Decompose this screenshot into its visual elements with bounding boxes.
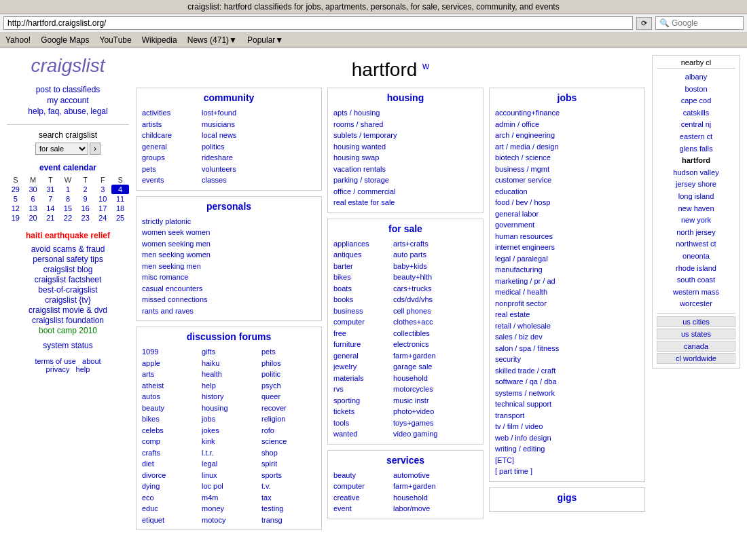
disc-pets[interactable]: pets <box>261 346 316 358</box>
job-salon[interactable]: salon / spa / fitness <box>495 343 639 354</box>
svc-automotive[interactable]: automotive <box>393 470 448 481</box>
disc-kink[interactable]: kink <box>202 436 256 447</box>
cal-date[interactable]: 12 <box>7 204 24 213</box>
personals-rants-raves[interactable]: rants and raves <box>142 305 316 317</box>
fs-books[interactable]: books <box>333 294 388 305</box>
job-marketing[interactable]: marketing / pr / ad <box>495 276 639 287</box>
disc-legal[interactable]: legal <box>202 458 256 470</box>
job-retail[interactable]: retail / wholesale <box>495 320 639 332</box>
community-localnews[interactable]: local news <box>202 130 256 141</box>
disc-divorce[interactable]: divorce <box>142 470 196 481</box>
fs-clothesacc[interactable]: clothes+acc <box>393 316 448 328</box>
cal-date[interactable]: 3 <box>94 185 112 194</box>
job-arch[interactable]: arch / engineering <box>495 130 639 141</box>
us-cities-link[interactable]: us cities <box>657 316 735 327</box>
housing-swap[interactable]: housing swap <box>333 152 477 164</box>
disc-motocy[interactable]: motocy <box>202 515 256 526</box>
disc-psych[interactable]: psych <box>261 380 316 392</box>
cal-date[interactable]: 15 <box>59 204 77 213</box>
job-writing[interactable]: writing / editing <box>495 443 639 455</box>
disc-apple[interactable]: apple <box>142 358 196 369</box>
disc-gifts[interactable]: gifts <box>202 346 256 358</box>
fs-tickets[interactable]: tickets <box>333 406 388 417</box>
nearby-rhodeisland[interactable]: rhode island <box>657 263 735 275</box>
disc-haiku[interactable]: haiku <box>202 358 256 369</box>
nav-youtube[interactable]: YouTube <box>100 35 132 45</box>
browser-search-input[interactable] <box>672 18 740 28</box>
svc-creative[interactable]: creative <box>333 492 388 504</box>
address-input[interactable] <box>3 16 633 30</box>
disc-bikes[interactable]: bikes <box>142 413 196 425</box>
housing-vacation[interactable]: vacation rentals <box>333 164 477 175</box>
cal-date[interactable]: 25 <box>111 213 129 223</box>
personals-women-seeking-men[interactable]: women seeking men <box>142 238 316 250</box>
nearby-southcoast[interactable]: south coast <box>657 274 735 286</box>
community-childcare[interactable]: childcare <box>142 130 196 141</box>
fs-materials[interactable]: materials <box>333 373 388 384</box>
fs-beautyhlth[interactable]: beauty+hlth <box>393 272 448 283</box>
disc-jokes[interactable]: jokes <box>202 425 256 436</box>
disc-testing[interactable]: testing <box>261 503 316 515</box>
us-states-link[interactable]: us states <box>657 329 735 339</box>
nearby-northjersey[interactable]: north jersey <box>657 227 735 239</box>
cal-date[interactable]: 31 <box>41 185 59 194</box>
nearby-easternct[interactable]: eastern ct <box>657 131 735 143</box>
job-security[interactable]: security <box>495 354 639 365</box>
nearby-worcester[interactable]: worcester <box>657 298 735 310</box>
job-etc[interactable]: [ETC] <box>495 455 639 466</box>
nearby-jerseyshore[interactable]: jersey shore <box>657 179 735 191</box>
disc-arts[interactable]: arts <box>142 369 196 380</box>
fs-garagesale[interactable]: garage sale <box>393 361 448 373</box>
community-musicians[interactable]: musicians <box>202 119 256 130</box>
fs-bikes[interactable]: bikes <box>333 272 388 283</box>
disc-1099[interactable]: 1099 <box>142 346 196 358</box>
disc-sports[interactable]: sports <box>261 470 316 481</box>
job-parttime[interactable]: [ part time ] <box>495 466 639 477</box>
canada-link[interactable]: canada <box>657 341 735 352</box>
job-web[interactable]: web / info design <box>495 432 639 444</box>
disc-atheist[interactable]: atheist <box>142 380 196 392</box>
job-art[interactable]: art / media / design <box>495 141 639 153</box>
cal-date[interactable]: 24 <box>94 213 112 223</box>
job-legal[interactable]: legal / paralegal <box>495 253 639 265</box>
fs-farmgarden[interactable]: farm+garden <box>393 350 448 362</box>
housing-wanted[interactable]: housing wanted <box>333 141 477 153</box>
disc-tv[interactable]: t.v. <box>261 481 316 492</box>
housing-realestate[interactable]: real estate for sale <box>333 197 477 208</box>
blog-link[interactable]: craigslist blog <box>7 265 129 274</box>
job-manufacturing[interactable]: manufacturing <box>495 264 639 276</box>
job-tech-support[interactable]: technical support <box>495 398 639 410</box>
svc-computer[interactable]: computer <box>333 481 388 492</box>
housing-office[interactable]: office / commercial <box>333 186 477 198</box>
job-nonprofit[interactable]: nonprofit sector <box>495 298 639 310</box>
disc-transg[interactable]: transg <box>261 515 316 526</box>
nearby-hartford[interactable]: hartford <box>657 155 735 167</box>
system-status-link[interactable]: system status <box>7 341 129 350</box>
disc-m4m[interactable]: m4m <box>202 492 256 504</box>
nav-yahoo[interactable]: Yahoo! <box>5 35 31 45</box>
fs-appliances[interactable]: appliances <box>333 238 388 250</box>
fs-musicinstr[interactable]: music instr <box>393 395 448 407</box>
fs-photovideo[interactable]: photo+video <box>393 406 448 417</box>
disc-dying[interactable]: dying <box>142 481 196 492</box>
disc-recover[interactable]: recover <box>261 403 316 414</box>
movie-link[interactable]: craigslist movie & dvd <box>7 305 129 315</box>
fs-electronics[interactable]: electronics <box>393 339 448 350</box>
fs-household[interactable]: household <box>393 373 448 384</box>
disc-religion[interactable]: religion <box>261 413 316 425</box>
svc-household[interactable]: household <box>393 492 448 504</box>
cal-date[interactable]: 14 <box>41 204 59 213</box>
disc-autos[interactable]: autos <box>142 391 196 403</box>
disc-history[interactable]: history <box>202 391 256 403</box>
job-systems[interactable]: systems / network <box>495 388 639 399</box>
job-business[interactable]: business / mgmt <box>495 164 639 175</box>
job-medical[interactable]: medical / health <box>495 286 639 298</box>
fs-wanted[interactable]: wanted <box>333 428 388 440</box>
housing-rooms[interactable]: rooms / shared <box>333 119 477 130</box>
cal-date[interactable]: 23 <box>77 213 94 223</box>
cal-date[interactable]: 13 <box>24 204 42 213</box>
job-realestate[interactable]: real estate <box>495 309 639 320</box>
search-button[interactable]: › <box>90 143 101 155</box>
disc-tax[interactable]: tax <box>261 492 316 504</box>
community-events[interactable]: events <box>142 174 196 186</box>
